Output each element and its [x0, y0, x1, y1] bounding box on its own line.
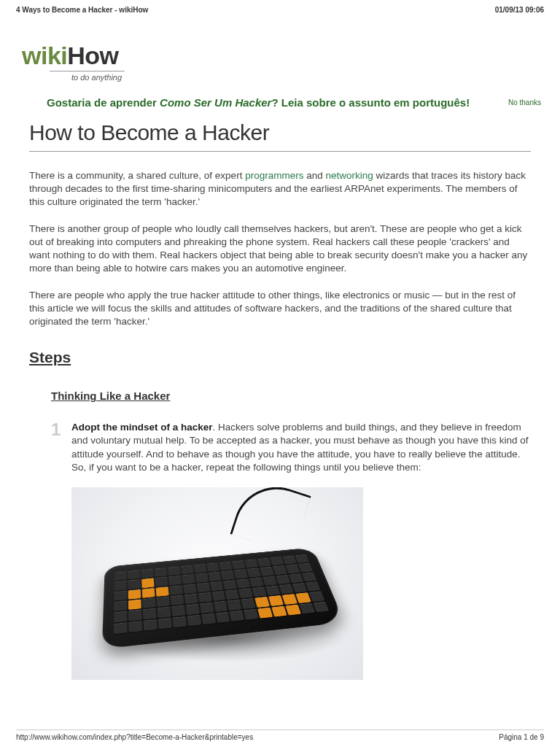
intro-paragraph-1: There is a community, a shared culture, …	[29, 169, 531, 209]
no-thanks-link[interactable]: No thanks	[508, 98, 541, 107]
title-divider	[29, 151, 531, 152]
step-bold: Adopt the mindset of a hacker	[71, 422, 213, 433]
step-body: Adopt the mindset of a hacker. Hackers s…	[71, 421, 531, 474]
doc-title: 4 Ways to Become a Hacker - wikiHow	[16, 6, 148, 14]
steps-heading: Steps	[29, 349, 531, 366]
intro-paragraph-3: There are people who apply the true hack…	[29, 289, 531, 329]
article-title: How to Become a Hacker	[29, 120, 544, 145]
subsection-heading: Thinking Like a Hacker	[51, 390, 544, 402]
link-programmers[interactable]: programmers	[245, 170, 303, 181]
doc-datetime: 01/09/13 09:06	[495, 6, 544, 14]
logo-part-wiki: wiki	[22, 42, 67, 69]
logo-tagline: to do anything	[50, 71, 125, 82]
footer-page: Página 1 de 9	[499, 733, 544, 741]
banner-text[interactable]: Gostaria de aprender Como Ser Um Hacker?…	[47, 96, 470, 109]
step-image-keyboard	[71, 487, 363, 680]
link-networking[interactable]: networking	[325, 170, 373, 181]
print-header: 4 Ways to Become a Hacker - wikiHow 01/0…	[0, 0, 560, 17]
intro-text: There is a community, a shared culture, …	[29, 169, 531, 328]
language-banner: Gostaria de aprender Como Ser Um Hacker?…	[16, 96, 544, 109]
step-number: 1	[51, 421, 71, 474]
intro-paragraph-2: There is another group of people who lou…	[29, 222, 531, 276]
print-footer: http://www.wikihow.com/index.php?title=B…	[16, 729, 544, 741]
footer-url: http://www.wikihow.com/index.php?title=B…	[16, 733, 253, 741]
wikihow-logo[interactable]: wikiHow to do anything	[22, 42, 544, 83]
logo-part-how: How	[67, 42, 118, 69]
step-1: 1 Adopt the mindset of a hacker. Hackers…	[51, 421, 531, 474]
